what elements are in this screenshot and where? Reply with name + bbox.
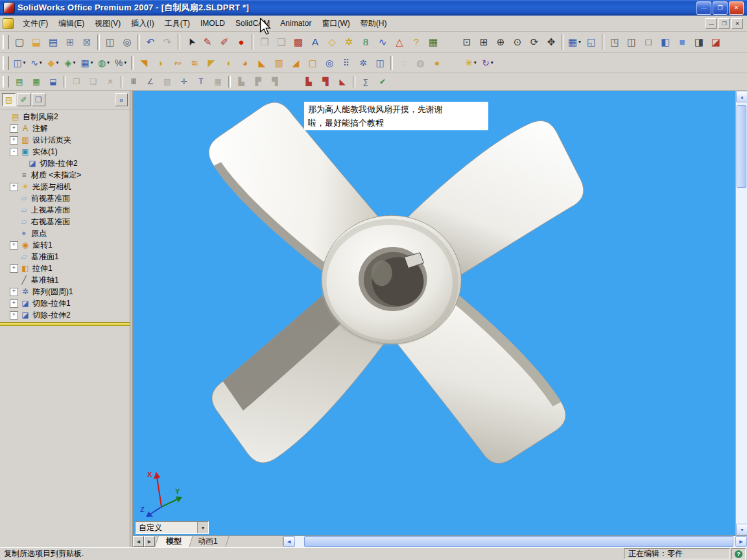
- close-button[interactable]: ✕: [729, 1, 744, 15]
- tree-item-top-plane[interactable]: ▱上视基准面: [0, 204, 130, 216]
- tree-item-plane1[interactable]: ▱基准面1: [0, 251, 130, 262]
- tree-item-cut-extrude1[interactable]: +◪切除-拉伸1: [0, 298, 130, 309]
- shadows-in-shaded-mode-button[interactable]: ◨: [691, 32, 707, 52]
- hidden-lines-visible-button[interactable]: ◫: [623, 32, 640, 52]
- scroll-left-icon[interactable]: ◀: [283, 536, 295, 547]
- shaded-with-edges-button[interactable]: ◧: [657, 32, 674, 52]
- expand-icon[interactable]: +: [10, 288, 18, 296]
- mdi-restore-button[interactable]: ❐: [718, 18, 730, 29]
- menu-window[interactable]: 窗口(W): [316, 16, 355, 31]
- structural-member-button[interactable]: ▜: [317, 74, 334, 89]
- collapse-icon[interactable]: -: [10, 148, 18, 156]
- geometric-tolerance-button[interactable]: ◇: [324, 32, 340, 52]
- tree-item-extrude1[interactable]: +◧拉伸1: [0, 262, 130, 274]
- tree-item-origin[interactable]: ⌖原点: [0, 228, 130, 239]
- open-document-button[interactable]: ⬓: [28, 32, 45, 52]
- tree-item-cut-extrude2[interactable]: +◪切除-拉伸2: [0, 309, 130, 321]
- help-button[interactable]: ?: [408, 32, 425, 52]
- combo-dropdown-icon[interactable]: ▼: [197, 522, 208, 533]
- simulationxpress-button[interactable]: △: [391, 32, 408, 52]
- gusset-button[interactable]: ◣: [334, 74, 351, 89]
- edit-appearance-button[interactable]: ▩: [290, 32, 307, 52]
- tab-prev-button[interactable]: ◀: [133, 536, 144, 547]
- print-preview-button[interactable]: ◎: [119, 32, 136, 52]
- shaded-button[interactable]: ■: [674, 32, 691, 52]
- mold-tools-button[interactable]: ◍▾: [95, 54, 112, 72]
- sketch-button[interactable]: ✎: [199, 32, 216, 52]
- circular-pattern-button[interactable]: ✲: [355, 54, 372, 72]
- flex-button[interactable]: ↻▾: [479, 54, 496, 72]
- expand-icon[interactable]: +: [10, 183, 18, 191]
- solidcam-tools-button[interactable]: 8: [357, 32, 374, 52]
- configuration-manager-tab[interactable]: ❒: [32, 93, 45, 106]
- expand-icon[interactable]: +: [10, 299, 18, 308]
- insert-row-button[interactable]: Ⅲ: [125, 74, 142, 89]
- zoom-to-fit-button[interactable]: ⊡: [458, 32, 475, 52]
- view-orientation-combo[interactable]: 自定义 ▼: [135, 521, 209, 534]
- select-button[interactable]: ➤: [182, 32, 199, 52]
- tree-item-lights-cameras[interactable]: +☀光源与相机: [0, 181, 130, 192]
- extruded-cut-button[interactable]: ◤: [203, 54, 220, 72]
- weldment-button[interactable]: ▙: [300, 74, 317, 89]
- panel-expand-button[interactable]: »: [115, 93, 128, 106]
- wireframe-button[interactable]: ◳: [606, 32, 623, 52]
- fillet-button[interactable]: ◕: [237, 54, 254, 72]
- add-sheet-button[interactable]: ▦: [28, 74, 45, 89]
- vertical-scrollbar[interactable]: ▲ ▼: [735, 91, 747, 535]
- extruded-boss-button[interactable]: ◥: [136, 54, 152, 72]
- zoom-to-area-button[interactable]: ⊞: [475, 32, 492, 52]
- horizontal-scrollbar[interactable]: ◀ ▶: [283, 536, 747, 547]
- edit-color-button[interactable]: ●: [429, 54, 445, 72]
- tree-item-annotations[interactable]: +A注解: [0, 122, 130, 134]
- expand-icon[interactable]: +: [10, 136, 18, 145]
- feature-manager-tab[interactable]: ▤: [2, 93, 16, 106]
- expand-icon[interactable]: +: [10, 264, 18, 273]
- angle-dimension-button[interactable]: ∠: [142, 74, 159, 89]
- tree-item-material[interactable]: ≡材质 <未指定>: [0, 169, 130, 181]
- tree-item-axis1[interactable]: ╱基准轴1: [0, 274, 130, 286]
- lofted-boss-button[interactable]: ≋: [186, 54, 203, 72]
- menu-animator[interactable]: Animator: [275, 17, 316, 30]
- scroll-right-icon[interactable]: ▶: [735, 536, 747, 547]
- hole-wizard-button[interactable]: ◎: [321, 54, 338, 72]
- fan-model[interactable]: [133, 91, 735, 535]
- viewport-annotation[interactable]: 那为高人能教我做风扇开摸，先谢谢 啦，最好能搞个教程: [304, 102, 488, 130]
- tab-next-button[interactable]: ▶: [144, 536, 155, 547]
- rollback-bar[interactable]: [0, 322, 130, 326]
- save-table-button[interactable]: ⬓: [45, 74, 62, 89]
- make-drawing-from-part-button[interactable]: ⊞: [62, 32, 78, 52]
- make-assembly-from-part-button[interactable]: ⊠: [78, 32, 95, 52]
- tree-item-revolve1[interactable]: +◉旋转1: [0, 239, 130, 251]
- tab-animation1[interactable]: 动画1: [186, 536, 229, 547]
- toolbar-grip[interactable]: [3, 35, 9, 49]
- revolved-boss-button[interactable]: ◗: [152, 54, 169, 72]
- tree-item-cut-extrude2-body[interactable]: ◪切除-拉伸2: [0, 158, 130, 169]
- menu-edit[interactable]: 编辑(E): [53, 16, 89, 31]
- tree-item-root[interactable]: ▤自制风扇2: [0, 111, 130, 122]
- toolbar-grip[interactable]: [3, 56, 9, 70]
- horizontal-scroll-thumb[interactable]: [304, 536, 733, 547]
- scroll-down-icon[interactable]: ▼: [736, 524, 747, 535]
- new-sheet-button[interactable]: ▤: [11, 74, 28, 89]
- section-view-button[interactable]: ◪: [707, 32, 724, 52]
- restore-button[interactable]: ❐: [713, 1, 728, 15]
- toolbar-grip[interactable]: [3, 76, 9, 88]
- property-manager-tab[interactable]: ✐: [17, 93, 30, 106]
- zoom-in-out-button[interactable]: ⊕: [492, 32, 509, 52]
- menu-solidcam[interactable]: SolidCAM: [230, 17, 275, 30]
- note-annotation-button[interactable]: A: [307, 32, 324, 52]
- design-check-button[interactable]: ✔: [374, 74, 391, 89]
- tree-item-design-binder[interactable]: +▥设计活页夹: [0, 134, 130, 146]
- tree-item-circular-pattern1[interactable]: +✲阵列(圆周)1: [0, 286, 130, 298]
- rotate-view-button[interactable]: ⟳: [526, 32, 543, 52]
- hidden-lines-removed-button[interactable]: □: [640, 32, 657, 52]
- expand-icon[interactable]: +: [10, 241, 18, 250]
- menu-tools[interactable]: 工具(T): [160, 16, 195, 31]
- surface-finish-button[interactable]: ✲: [340, 32, 357, 52]
- minimize-button[interactable]: —: [696, 1, 711, 15]
- mdi-close-button[interactable]: ✕: [731, 18, 743, 29]
- horizontal-scroll-track[interactable]: [295, 536, 735, 547]
- view-orientation-button[interactable]: ◱: [583, 32, 600, 52]
- save-button[interactable]: ▤: [45, 32, 62, 52]
- dimensions-relations-button[interactable]: %▾: [112, 54, 129, 72]
